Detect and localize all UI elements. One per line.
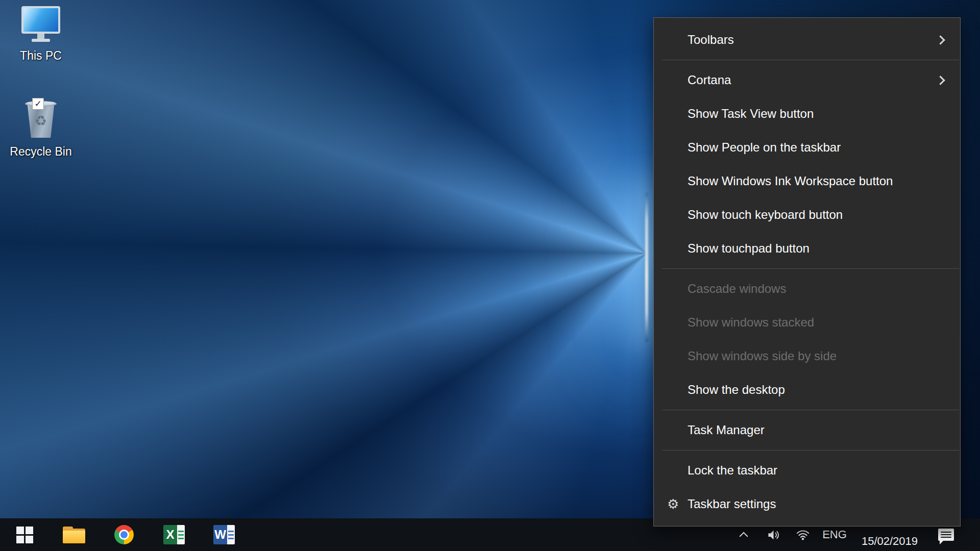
menu-item-show-windows-side-by-side: Show windows side by side — [654, 339, 960, 373]
menu-item-show-people[interactable]: Show People on the taskbar — [654, 131, 960, 164]
menu-item-show-windows-stacked: Show windows stacked — [654, 306, 960, 339]
word-icon: W — [213, 525, 235, 544]
chevron-up-icon — [740, 532, 748, 540]
menu-item-label: Show touch keyboard button — [688, 208, 843, 222]
monitor-stand — [37, 34, 44, 39]
menu-item-label: Show People on the taskbar — [688, 140, 841, 155]
taskbar-app-chrome[interactable] — [99, 518, 149, 551]
desktop-icon-label: Recycle Bin — [10, 145, 71, 159]
recycle-symbol-icon: ♻ — [35, 113, 47, 129]
recycle-bin-icon: ✓ ♻ — [25, 101, 57, 142]
taskbar-app-word[interactable]: W — [199, 518, 249, 551]
menu-item-label: Lock the taskbar — [688, 463, 777, 478]
chevron-right-icon — [936, 76, 945, 85]
menu-separator — [662, 410, 959, 410]
desktop-screen: This PC ✓ ♻ Recycle Bin Toolbars Cortana… — [0, 0, 980, 551]
menu-item-show-touchpad[interactable]: Show touchpad button — [654, 232, 960, 265]
menu-item-label: Cortana — [688, 73, 731, 87]
desktop-icon-this-pc[interactable]: This PC — [7, 6, 75, 63]
notification-icon — [938, 529, 954, 541]
menu-item-label: Show windows side by side — [688, 349, 837, 363]
monitor-icon — [21, 6, 60, 34]
menu-item-lock-taskbar[interactable]: Lock the taskbar — [654, 454, 960, 487]
menu-item-label: Cascade windows — [688, 282, 786, 296]
file-explorer-icon — [63, 527, 85, 543]
wifi-icon — [796, 528, 810, 542]
menu-item-cascade-windows: Cascade windows — [654, 272, 960, 306]
taskbar-app-file-explorer[interactable] — [49, 518, 99, 551]
menu-item-show-ink-workspace[interactable]: Show Windows Ink Workspace button — [654, 164, 960, 198]
menu-item-label: Show the desktop — [688, 383, 785, 397]
this-pc-icon — [21, 6, 60, 46]
wallpaper-window-glow — [645, 193, 648, 342]
taskbar-app-excel[interactable]: X — [149, 518, 199, 551]
language-indicator[interactable]: ENG — [818, 528, 851, 541]
taskbar-context-menu: Toolbars Cortana Show Task View button S… — [653, 17, 961, 527]
menu-item-label: Taskbar settings — [688, 497, 776, 511]
speaker-icon — [767, 528, 780, 542]
menu-item-show-task-view[interactable]: Show Task View button — [654, 97, 960, 131]
chevron-right-icon — [936, 35, 945, 44]
excel-icon: X — [163, 525, 185, 544]
menu-item-label: Show windows stacked — [688, 315, 814, 330]
word-letter: W — [213, 525, 227, 544]
spreadsheet-grid — [177, 525, 185, 544]
desktop-icon-recycle-bin[interactable]: ✓ ♻ Recycle Bin — [7, 101, 75, 159]
menu-item-label: Show Task View button — [688, 107, 814, 121]
menu-item-show-touch-keyboard[interactable]: Show touch keyboard button — [654, 198, 960, 232]
taskbar-date: 15/02/2019 — [862, 535, 918, 548]
desktop-icon-label: This PC — [20, 49, 62, 63]
menu-item-show-desktop[interactable]: Show the desktop — [654, 373, 960, 407]
windows-logo-icon — [16, 527, 33, 543]
menu-separator — [662, 450, 959, 450]
selection-checkbox[interactable]: ✓ — [32, 98, 44, 110]
menu-item-toolbars[interactable]: Toolbars — [654, 23, 960, 57]
menu-separator — [662, 268, 959, 269]
chrome-icon — [114, 525, 134, 544]
menu-separator — [662, 60, 959, 60]
menu-item-taskbar-settings[interactable]: ⚙ Taskbar settings — [654, 487, 960, 521]
excel-letter: X — [163, 525, 177, 544]
document-lines — [227, 525, 235, 544]
menu-item-label: Show Windows Ink Workspace button — [688, 174, 893, 188]
gear-icon: ⚙ — [667, 497, 679, 511]
menu-item-task-manager[interactable]: Task Manager — [654, 413, 960, 447]
menu-item-label: Toolbars — [688, 33, 734, 47]
menu-item-label: Task Manager — [688, 423, 765, 437]
monitor-base — [32, 39, 50, 42]
check-icon: ✓ — [34, 98, 41, 109]
menu-item-cortana[interactable]: Cortana — [654, 63, 960, 97]
menu-item-label: Show touchpad button — [688, 241, 810, 256]
start-button[interactable] — [0, 518, 49, 551]
